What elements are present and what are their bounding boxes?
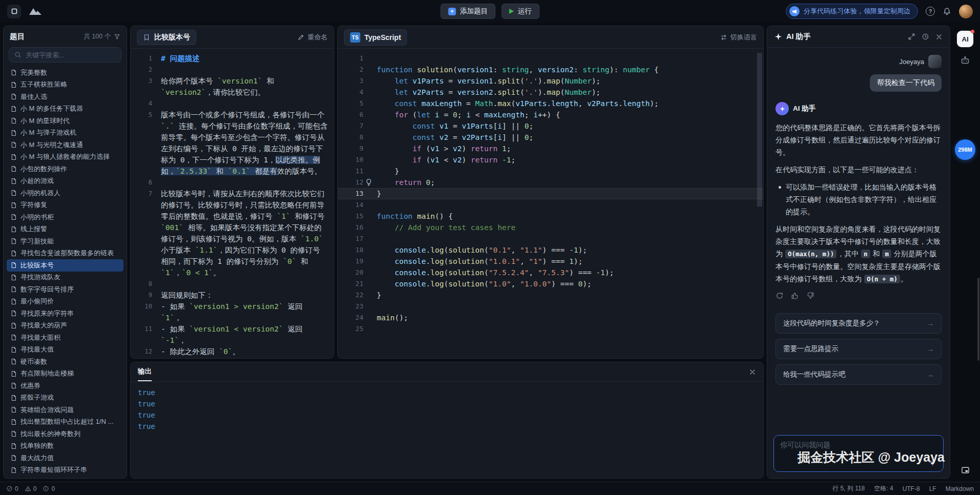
problem-item-label: 小包的数列操作 xyxy=(21,164,67,174)
ai-suggestion-chip[interactable]: 给我一些代码提示吧 xyxy=(775,364,942,385)
problem-editor[interactable]: 1# 问题描述23给你两个版本号 `version1` 和 `version2`… xyxy=(131,49,334,358)
bell-icon[interactable] xyxy=(943,7,951,16)
line-text: const v2 = v2Parts[i] || 0; xyxy=(377,132,534,143)
encoding-setting[interactable]: UTF-8 xyxy=(903,485,920,492)
sidebar-problem-item[interactable]: 线上报警 xyxy=(7,223,124,236)
user-chat-avatar[interactable] xyxy=(928,55,942,68)
sidebar-problem-item[interactable]: 寻找包含斐波那契数最多的链表 xyxy=(7,248,124,260)
ai-suggestion-chip[interactable]: 这段代码的时间复杂度是多少？ xyxy=(775,313,942,334)
sidebar-problem-item[interactable]: 寻找最大面积 xyxy=(7,332,124,344)
cursor-position[interactable]: 行 5, 列 118 xyxy=(832,484,865,493)
thumbs-down-icon[interactable] xyxy=(806,292,814,300)
robot-icon[interactable] xyxy=(960,55,970,66)
sidebar-problem-item[interactable]: 找出整型数组中占比超过 1/N ... xyxy=(7,416,124,428)
promo-banner[interactable]: 分享代码练习体验，领限量定制周边 xyxy=(786,4,918,19)
history-icon[interactable] xyxy=(922,33,929,40)
sidebar-problem-item[interactable]: 小 M 与狼人拯救者的能力选择 xyxy=(7,151,124,163)
markdown-line: 9返回规则如下： xyxy=(131,290,330,301)
editors-row: 比较版本号 重命名 1# 问题描述23给你两个版本号 `version1` 和 … xyxy=(130,26,764,359)
sidebar-problem-item[interactable]: 找出最长的神奇数列 xyxy=(7,428,124,440)
picture-in-picture-icon[interactable] xyxy=(961,466,970,475)
expand-icon[interactable] xyxy=(908,33,915,40)
ai-toggle-button[interactable]: AI xyxy=(957,31,973,47)
add-problem-button[interactable]: + 添加题目 xyxy=(441,4,496,19)
sidebar-problem-item[interactable]: 小 M 的多任务下载器 xyxy=(7,103,124,115)
document-icon xyxy=(10,358,17,365)
sidebar-problem-item[interactable]: 数字字母回号排序 xyxy=(7,283,124,296)
points-badge[interactable]: 298M xyxy=(955,139,975,160)
close-output-icon[interactable] xyxy=(749,368,756,376)
send-icon[interactable] xyxy=(928,458,937,467)
sidebar-problem-item[interactable]: 最小偷同价 xyxy=(7,296,124,308)
language-mode[interactable]: Markdown xyxy=(946,485,974,492)
line-number: 7 xyxy=(338,120,363,132)
ai-question-input[interactable] xyxy=(780,441,937,449)
indent-setting[interactable]: 空格: 4 xyxy=(874,484,893,493)
app-logo-icon[interactable] xyxy=(7,5,21,18)
problem-title-pill[interactable]: 比较版本号 xyxy=(137,30,196,45)
problem-item-label: 最大战力值 xyxy=(21,453,54,463)
ai-input-box[interactable] xyxy=(773,435,944,472)
sidebar-problem-item[interactable]: 五子棋获胜策略 xyxy=(7,79,124,91)
output-tab[interactable]: 输出 xyxy=(138,362,152,381)
lightbulb-icon[interactable] xyxy=(365,178,373,186)
sidebar-problem-item[interactable]: 寻找原来的字符串 xyxy=(7,307,124,320)
sidebar-problem-item[interactable]: 最佳人选 xyxy=(7,91,124,103)
sidebar-problem-item[interactable]: 寻找游戏队友 xyxy=(7,272,124,284)
infos-indicator[interactable]: 0 xyxy=(43,485,55,492)
sidebar-problem-item[interactable]: 最大战力值 xyxy=(7,452,124,464)
sidebar-problem-item[interactable]: 字符修复 xyxy=(7,199,124,212)
output-line: true xyxy=(138,421,756,432)
sidebar-problem-item[interactable]: 比较版本号 xyxy=(7,259,124,272)
language-pill[interactable]: TS TypeScript xyxy=(344,29,407,46)
sidebar-problem-item[interactable]: 小包的数列操作 xyxy=(7,163,124,175)
help-icon[interactable] xyxy=(926,7,935,16)
close-icon[interactable] xyxy=(935,33,943,40)
language-name: TypeScript xyxy=(364,33,401,42)
sidebar-problem-item[interactable]: 字符串最短循环环子串 xyxy=(7,464,124,477)
switch-language-button[interactable]: 切换语言 xyxy=(720,33,757,42)
user-avatar[interactable] xyxy=(959,5,973,18)
sidebar-problem-item[interactable]: 找单独的数 xyxy=(7,440,124,452)
ai-suggestion-chip[interactable]: 需要一点思路提示 xyxy=(775,339,942,359)
sidebar-problem-item[interactable]: 完美整数 xyxy=(7,67,124,79)
right-toolbar: AI 298M xyxy=(953,26,977,479)
brand-logo-icon[interactable] xyxy=(28,6,44,16)
sidebar-problem-item[interactable]: 小超的游戏 xyxy=(7,175,124,188)
sidebar-problem-item[interactable]: 有点限制地走楼梯 xyxy=(7,368,124,380)
switch-language-label: 切换语言 xyxy=(730,33,757,42)
run-button[interactable]: 运行 xyxy=(502,4,540,19)
sidebar-problem-item[interactable]: 小 M 与弹子游戏机 xyxy=(7,127,124,139)
sidebar-problem-item[interactable]: 寻找最大的葫芦 xyxy=(7,320,124,332)
sidebar-problem-item[interactable]: 小明的机器人 xyxy=(7,187,124,199)
sidebar-problem-item[interactable]: 小 M 与光明之魂速通 xyxy=(7,139,124,151)
regenerate-icon[interactable] xyxy=(775,292,784,300)
document-icon xyxy=(10,214,17,220)
warnings-indicator[interactable]: 0 xyxy=(25,485,37,492)
sidebar-problem-item[interactable]: 摇骰子游戏 xyxy=(7,392,124,404)
sidebar-problem-item[interactable]: 学习新技能 xyxy=(7,235,124,248)
code-editor[interactable]: 12function solution(version1: string, ve… xyxy=(338,49,763,358)
line-number: 3 xyxy=(131,75,152,98)
errors-indicator[interactable]: 0 xyxy=(6,485,18,492)
sidebar-problem-item[interactable]: 小 M 的星球时代 xyxy=(7,115,124,127)
ai-chat-scroll[interactable]: Joeyaya 帮我检查一下代码 AI 助手 您的代码整体思路是正确的。它首先将… xyxy=(767,48,950,430)
sidebar-problem-item[interactable]: 英雄组合游戏问题 xyxy=(7,404,124,416)
sidebar-problem-item[interactable]: 寻找最大值 xyxy=(7,344,124,356)
filter-icon[interactable] xyxy=(114,33,120,40)
ai-message-body: 您的代码整体思路是正确的。它首先将两个版本号拆分成修订号数组，然后通过遍历比较每… xyxy=(775,116,942,285)
problem-item-label: 小 M 与弹子游戏机 xyxy=(21,128,76,137)
document-icon xyxy=(10,141,17,148)
sidebar-problem-item[interactable]: 小明的书柜 xyxy=(7,211,124,223)
sidebar-problem-item[interactable]: 硬币凑数 xyxy=(7,356,124,368)
editor-scrollbar[interactable] xyxy=(757,53,762,207)
thumbs-up-icon[interactable] xyxy=(791,292,799,300)
search-input[interactable] xyxy=(26,51,116,59)
rename-button[interactable]: 重命名 xyxy=(297,33,328,42)
line-text: const maxLength = Math.max(v1Parts.lengt… xyxy=(377,98,659,109)
code-line: 4 let v2Parts = version2.split('.').map(… xyxy=(338,87,763,98)
sidebar-problem-item[interactable]: 优惠券 xyxy=(7,380,124,392)
line-number: 20 xyxy=(338,267,363,278)
eol-setting[interactable]: LF xyxy=(929,485,936,492)
markdown-line: 7比较版本号时，请按从左到右的顺序依次比较它们的修订号。比较修订号时，只需比较忽… xyxy=(131,188,330,278)
